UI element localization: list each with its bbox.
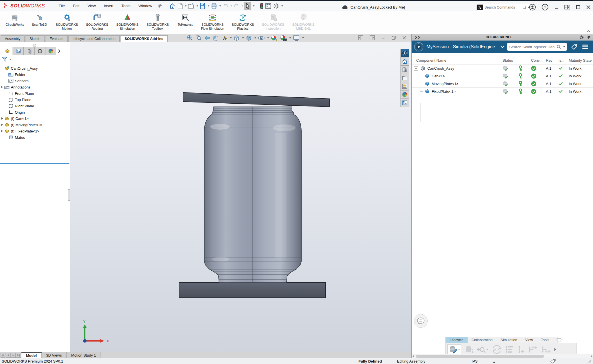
view-settings-icon[interactable] xyxy=(292,34,300,42)
pin-panel-icon[interactable] xyxy=(587,35,591,39)
doc-tab-3d-views[interactable]: 3D Views xyxy=(42,352,67,358)
scanto3d-button[interactable]: ScanTo3D xyxy=(27,13,51,27)
home-button[interactable] xyxy=(169,2,176,10)
table-row-can[interactable]: Can<1> A.1 In Work xyxy=(412,72,593,80)
col-status[interactable]: Status xyxy=(502,58,518,63)
col-conv[interactable]: Conv... xyxy=(531,58,546,63)
command-search-box[interactable] xyxy=(476,4,530,11)
panel-search-dropdown[interactable] xyxy=(563,46,565,47)
solidworks-simulation-button[interactable]: SOLIDWORKS Simulation xyxy=(113,13,142,31)
hide-show-items-icon[interactable] xyxy=(257,34,265,42)
options-gear-button[interactable] xyxy=(273,2,280,10)
solidworks-routing-button[interactable]: SOLIDWORKS Routing xyxy=(82,13,112,31)
doc-restore-icon[interactable] xyxy=(391,35,396,40)
tree-item-sensors[interactable]: Sensors xyxy=(0,78,70,84)
open-dropdown[interactable] xyxy=(197,5,198,7)
redo-button[interactable] xyxy=(233,2,240,10)
tree-item-right-plane[interactable]: Right Plane xyxy=(0,103,70,109)
scroll-left-arrow[interactable] xyxy=(412,355,414,357)
tree-root-assembly[interactable]: CanCrush_Assy xyxy=(0,65,70,71)
solidworks-motion-button[interactable]: SOLIDWORKS Motion xyxy=(52,13,82,31)
col-maturity-state[interactable]: Maturity State xyxy=(569,58,593,63)
insert-component-button[interactable] xyxy=(517,345,524,354)
table-row-fixedplate[interactable]: FixedPlate<1> A.1 In Work xyxy=(412,88,593,95)
appearances-scenes-tab[interactable] xyxy=(400,90,409,99)
annotation-views-dropdown[interactable] xyxy=(230,37,232,39)
tree-item-folder[interactable]: Folder xyxy=(0,71,70,78)
maximize-button[interactable] xyxy=(576,5,580,9)
display-style-icon[interactable] xyxy=(245,34,253,42)
view-palette-tab[interactable] xyxy=(400,82,409,91)
can-part[interactable] xyxy=(204,107,301,283)
close-button[interactable] xyxy=(586,5,591,9)
doc-tab-model[interactable]: Model xyxy=(21,352,42,358)
view-orientation-dropdown[interactable] xyxy=(242,37,244,39)
redo-dropdown[interactable] xyxy=(242,5,243,7)
first-tab-icon[interactable] xyxy=(1,353,5,358)
3dexperience-compass-icon[interactable]: N xyxy=(414,42,424,52)
collapse-panel-chevrons-icon[interactable] xyxy=(414,36,419,39)
tolanalyst-button[interactable]: TolAnalyst xyxy=(173,13,197,27)
panel-search-icon[interactable] xyxy=(556,45,561,49)
panel-search-input[interactable] xyxy=(508,45,556,49)
task-pane-options-gear-icon[interactable] xyxy=(580,35,584,39)
save-to-platform-button[interactable] xyxy=(447,344,461,355)
solidworks-plastics-button[interactable]: P SOLIDWORKS Plastics xyxy=(228,13,258,31)
collapse-left-pane-icon[interactable] xyxy=(358,35,363,40)
table-row-movingplate[interactable]: MovingPlate<1> A.1 In Work xyxy=(412,80,593,88)
options-dropdown[interactable] xyxy=(281,5,283,7)
col-component-name[interactable]: Component Name xyxy=(412,58,502,63)
save-options-dropdown[interactable] xyxy=(458,349,460,350)
section-view-icon[interactable] xyxy=(212,34,219,42)
account-icon[interactable] xyxy=(529,4,536,11)
tab-lifecycle-and-collaboration[interactable]: Lifecycle and Collaboration xyxy=(68,35,120,42)
previous-view-icon[interactable] xyxy=(203,34,211,42)
expand-arrow-icon[interactable] xyxy=(1,130,3,132)
search-icon[interactable] xyxy=(522,5,527,10)
panel-search-box[interactable] xyxy=(507,43,567,51)
panel-menu-hamburger-icon[interactable] xyxy=(582,45,588,49)
undo-button[interactable] xyxy=(222,2,229,10)
open-button[interactable] xyxy=(187,2,195,10)
tree-item-annotations[interactable]: A Annotations xyxy=(0,84,70,90)
tree-item-can[interactable]: (f) Can<1> xyxy=(0,115,70,122)
status-tag-icon[interactable] xyxy=(550,359,556,364)
previous-tab-icon[interactable] xyxy=(6,353,11,358)
tab-assembly[interactable]: Assembly xyxy=(1,35,25,42)
save-button[interactable] xyxy=(199,2,206,10)
action-tab-view[interactable]: View xyxy=(521,337,537,343)
tab-solidworks-add-ins[interactable]: SOLIDWORKS Add-Ins xyxy=(120,35,168,42)
tree-item-origin[interactable]: Origin xyxy=(0,109,70,115)
menu-edit[interactable]: Edit xyxy=(69,1,83,11)
view-orientation-icon[interactable] xyxy=(233,34,240,42)
next-tab-icon[interactable] xyxy=(11,353,16,358)
replace-component-graph-button[interactable] xyxy=(528,345,538,354)
action-tab-lifecycle[interactable]: Lifecycle xyxy=(446,337,468,343)
scrollbar-thumb[interactable] xyxy=(416,355,544,358)
tag-icon[interactable] xyxy=(571,43,578,50)
collapse-ribbon-icon[interactable] xyxy=(587,30,591,33)
tab-sketch[interactable]: Sketch xyxy=(25,35,45,42)
tree-filter[interactable] xyxy=(2,57,11,62)
annotation-views-icon[interactable]: A xyxy=(221,34,228,42)
configuration-manager-tab[interactable] xyxy=(23,47,35,55)
circuitworks-button[interactable]: CircuitWorks xyxy=(3,13,27,27)
tree-item-fixedplate[interactable]: (f) FixedPlate<1> xyxy=(0,128,70,134)
collapse-right-pane-icon[interactable] xyxy=(370,35,375,40)
tree-filter-dropdown[interactable] xyxy=(9,59,11,60)
collaboration-chat-button[interactable] xyxy=(414,314,428,328)
pin-menu-icon[interactable] xyxy=(157,3,163,9)
scroll-right-arrow[interactable] xyxy=(591,355,592,357)
apply-scene-dropdown[interactable] xyxy=(289,37,291,39)
rebuild-traffic-light-icon[interactable] xyxy=(259,2,264,10)
panel-horizontal-scrollbar[interactable] xyxy=(412,354,593,358)
tree-item-mates[interactable]: Mates xyxy=(0,134,70,140)
home-tab[interactable] xyxy=(400,57,409,66)
collapse-row-icon[interactable] xyxy=(414,66,418,71)
featuremanager-design-tree-tab[interactable] xyxy=(2,47,13,55)
last-tab-icon[interactable] xyxy=(16,353,21,358)
tree-item-top-plane[interactable]: Top Plane xyxy=(0,96,70,103)
resize-grip[interactable] xyxy=(588,360,591,363)
solidworks-toolbox-button[interactable]: SOLIDWORKS Toolbox xyxy=(143,13,173,31)
menu-view[interactable]: View xyxy=(83,1,100,11)
